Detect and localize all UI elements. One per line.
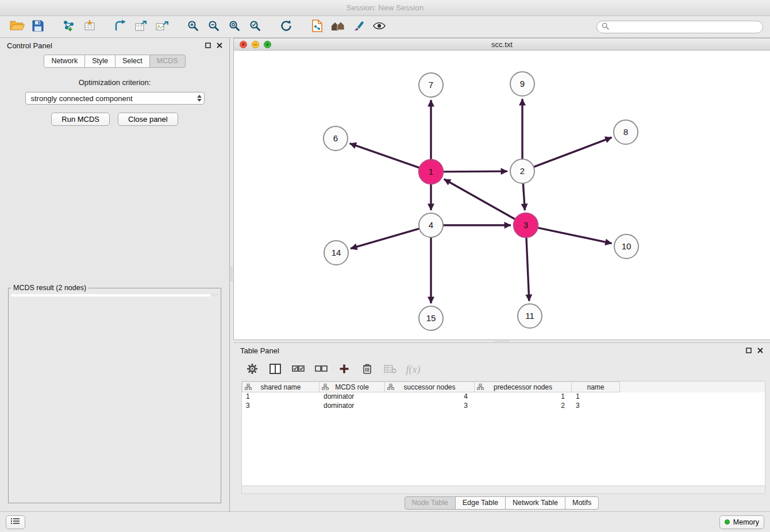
graph-node-8[interactable]: 8 [614,120,638,144]
document-network-button[interactable] [307,18,328,36]
table-cell[interactable]: 1 [475,392,572,402]
horizontal-splitter[interactable] [233,340,770,342]
graph-node-11[interactable]: 11 [518,304,542,328]
graph-edge-3-11[interactable] [526,237,529,301]
mcds-result-item[interactable]: 1 [11,295,210,296]
network-graph[interactable]: 7968124314101511 [234,51,769,340]
graph-node-9[interactable]: 9 [510,72,534,96]
table-horizontal-scrollbar[interactable] [241,486,765,494]
graph-node-7[interactable]: 7 [419,73,443,97]
graph-node-10[interactable]: 10 [614,234,638,259]
network-canvas[interactable]: 7968124314101511 [234,51,770,340]
deselect-all-columns-button[interactable] [313,361,330,377]
neighbors-button[interactable] [328,18,348,36]
delete-column-button[interactable] [359,361,376,377]
tab-edge-table[interactable]: Edge Table [455,496,506,510]
graph-edge-3-10[interactable] [538,228,612,243]
zoom-out-button[interactable] [203,18,224,36]
main-area: Control Panel NetworkStyleSelectMCDS Opt… [0,38,770,511]
image-export-icon [155,20,169,34]
tab-node-table[interactable]: Node Table [405,496,456,510]
graph-node-4[interactable]: 4 [419,213,443,237]
svg-text:3: 3 [523,220,528,230]
window-title: Session: New Session [346,3,424,12]
graph-node-15[interactable]: 15 [419,306,443,330]
table-row[interactable]: 3dominator323 [242,402,765,411]
maximize-window-icon[interactable]: + [264,41,271,48]
result-scrollbar[interactable] [211,294,218,295]
export-image-button[interactable] [152,18,172,36]
column-header-mcds-role[interactable]: MCDS role [319,381,385,392]
graph-node-2[interactable]: 2 [510,159,534,183]
table-cell[interactable]: 3 [242,402,319,411]
close-panel-icon[interactable] [217,43,222,48]
svg-text:1: 1 [429,167,433,176]
mcds-panel: Optimization criterion: strongly connect… [0,68,229,511]
close-panel-button[interactable]: Close panel [118,113,178,126]
select-all-columns-button[interactable] [290,361,307,377]
export-table-button[interactable] [131,18,152,36]
tab-style[interactable]: Style [84,55,116,68]
vertical-splitter[interactable] [230,38,233,511]
graph-edge-3-1[interactable] [444,179,515,219]
style-button[interactable] [348,18,369,36]
new-network-button[interactable] [110,18,131,36]
graph-edge-2-3[interactable] [523,183,525,210]
zoom-selected-icon [249,20,261,33]
network-window-title: scc.txt [234,40,770,49]
add-column-button[interactable] [336,361,353,377]
run-mcds-button[interactable]: Run MCDS [51,113,110,126]
minimize-window-icon[interactable]: − [252,41,259,48]
close-window-icon[interactable]: × [240,41,247,48]
graph-edge-1-2[interactable] [443,171,507,172]
apply-layout-button[interactable] [276,18,297,36]
table-cell[interactable]: dominator [319,392,385,402]
tab-select[interactable]: Select [115,55,150,68]
graph-node-6[interactable]: 6 [324,126,348,151]
table-cell[interactable]: 2 [475,402,572,411]
table-toolbar: f(x) [233,358,770,381]
folder-open-icon [10,20,25,33]
table-cell[interactable]: 1 [242,392,319,402]
import-network-button[interactable] [59,18,79,36]
table-cell[interactable]: 3 [572,402,620,411]
close-panel-icon[interactable] [757,348,763,353]
column-header-successor-nodes[interactable]: successor nodes [385,381,475,392]
show-columns-button[interactable] [267,361,284,377]
optimization-criterion-select[interactable]: strongly connected component [25,92,205,105]
tab-motifs[interactable]: Motifs [565,496,599,510]
tab-network-table[interactable]: Network Table [505,496,565,510]
column-header-name[interactable]: name [572,381,620,392]
float-panel-icon[interactable] [746,348,752,353]
float-panel-icon[interactable] [205,43,211,48]
graph-edge-4-14[interactable] [351,229,419,249]
table-options-button[interactable] [244,361,261,377]
table-cell[interactable]: 3 [385,402,475,411]
save-session-button[interactable] [28,18,48,36]
tab-mcds[interactable]: MCDS [149,55,186,68]
tab-network[interactable]: Network [44,55,85,68]
graph-edge-1-6[interactable] [350,144,420,168]
zoom-selected-button[interactable] [245,18,265,36]
table-cell[interactable]: 4 [385,392,475,402]
import-table-button[interactable] [79,18,100,36]
graph-edge-2-8[interactable] [534,137,612,167]
column-header-predecessor-nodes[interactable]: predecessor nodes [475,381,572,392]
table-row[interactable]: 1dominator411 [242,392,765,402]
search-input[interactable] [612,23,758,31]
zoom-in-button[interactable] [183,18,203,36]
table-cell[interactable]: 1 [572,392,620,402]
import-network-icon [62,20,76,34]
show-hide-button[interactable] [369,18,390,36]
graph-node-1[interactable]: 1 [419,160,443,184]
column-header-shared-name[interactable]: shared name [242,381,319,392]
zoom-fit-button[interactable] [224,18,245,36]
paintbrush-icon [352,20,365,33]
graph-node-14[interactable]: 14 [324,241,348,265]
memory-button[interactable]: Memory [719,515,764,529]
open-session-button[interactable] [7,18,28,36]
graph-node-3[interactable]: 3 [514,213,538,237]
table-cell[interactable]: dominator [319,402,385,411]
plus-icon [339,364,349,376]
task-history-button[interactable] [6,515,25,529]
